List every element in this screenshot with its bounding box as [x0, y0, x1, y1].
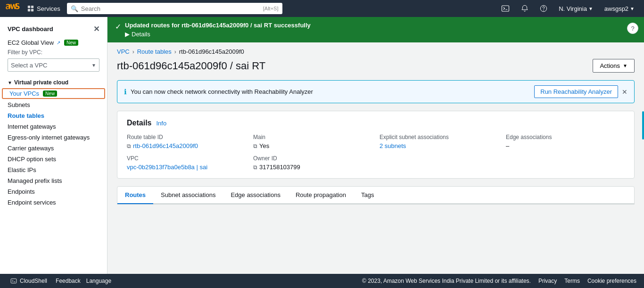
detail-route-table-id: Route table ID ⧉ rtb-061d96c145a2009f0 — [127, 134, 246, 149]
tab-edge-associations[interactable]: Edge associations — [223, 187, 288, 204]
main-value: ⧉ Yes — [253, 142, 372, 149]
svg-rect-3 — [31, 9, 33, 11]
vpc-filter-wrapper: Select a VPC ▼ — [8, 58, 99, 72]
copyright-text: © 2023, Amazon Web Services India Privat… — [362, 278, 531, 284]
details-grid: Route table ID ⧉ rtb-061d96c145a2009f0 M… — [127, 134, 625, 171]
chevron-down-icon: ▼ — [630, 6, 635, 11]
copy-icon[interactable]: ⧉ — [127, 143, 131, 149]
svg-rect-2 — [28, 9, 30, 11]
sidebar-item-managed-prefix-lists[interactable]: Managed prefix lists — [0, 175, 107, 186]
search-input[interactable] — [81, 5, 260, 12]
bottom-bar: CloudShell Feedback Language © 2023, Ama… — [0, 274, 644, 288]
tabs-row: Routes Subnet associations Edge associat… — [117, 187, 634, 204]
page-header: rtb-061d96c145a2009f0 / sai RT Actions ▼ — [107, 59, 644, 80]
sidebar-item-carrier-gateways[interactable]: Carrier gateways — [0, 143, 107, 154]
vpc-value[interactable]: vpc-0b29b13f7ba0e5b8a | sai — [127, 164, 246, 171]
reachability-analyzer-banner: ℹ You can now check network connectivity… — [117, 80, 635, 103]
svg-rect-1 — [31, 6, 33, 8]
vpc-filter-select[interactable]: Select a VPC ▼ — [8, 58, 99, 72]
success-message: Updated routes for rtb-061d96c145a2009f0… — [125, 22, 311, 29]
help-overlay-icon[interactable]: ? — [627, 23, 638, 34]
sidebar-item-dhcp-option-sets[interactable]: DHCP option sets — [0, 154, 107, 165]
success-banner-content: ✓ Updated routes for rtb-061d96c145a2009… — [115, 22, 311, 38]
main-label: Main — [253, 134, 372, 140]
app-body: VPC dashboard ✕ EC2 Global View ↗ New Fi… — [0, 17, 644, 274]
copy-icon[interactable]: ⧉ — [253, 164, 257, 171]
run-reachability-analyzer-btn[interactable]: Run Reachability Analyzer — [534, 85, 618, 98]
info-banner-close-btn[interactable]: ✕ — [622, 88, 627, 96]
tab-route-propagation[interactable]: Route propagation — [288, 187, 354, 204]
copy-icon[interactable]: ⧉ — [253, 143, 257, 149]
triangle-icon: ▶ — [125, 31, 130, 38]
sidebar-item-endpoints[interactable]: Endpoints — [0, 186, 107, 197]
sidebar-item-ec2-global-view[interactable]: EC2 Global View ↗ New — [0, 37, 107, 48]
owner-id-value: ⧉ 317158103799 — [253, 164, 372, 171]
details-title: Details — [127, 119, 151, 127]
tab-subnet-associations[interactable]: Subnet associations — [153, 187, 223, 204]
svg-rect-4 — [502, 6, 509, 11]
tab-tags[interactable]: Tags — [354, 187, 381, 204]
sidebar-item-internet-gateways[interactable]: Internet gateways — [0, 121, 107, 132]
edge-assoc-label: Edge associations — [506, 134, 625, 140]
account-menu[interactable]: awsgsp2 ▼ — [601, 3, 638, 14]
svg-rect-7 — [11, 279, 17, 283]
language-link[interactable]: Language — [86, 278, 111, 284]
sidebar-section-vpc: ▼ Virtual private cloud — [0, 75, 107, 88]
vpc-label: VPC — [127, 155, 246, 162]
sidebar-close-btn[interactable]: ✕ — [93, 25, 99, 33]
cookie-preferences-link[interactable]: Cookie preferences — [587, 278, 636, 284]
sidebar-item-your-vpcs[interactable]: Your VPCs New — [2, 88, 105, 99]
detail-edge-associations: Edge associations – — [506, 134, 625, 149]
terms-link[interactable]: Terms — [564, 278, 580, 284]
explicit-subnet-value[interactable]: 2 subnets — [380, 142, 498, 149]
details-card: Details Info Route table ID ⧉ rtb-061d96… — [117, 111, 635, 179]
filter-label: Filter by VPC: — [0, 48, 107, 57]
bell-icon-btn[interactable] — [517, 3, 532, 14]
sidebar-item-subnets[interactable]: Subnets — [0, 99, 107, 110]
sidebar-title: VPC dashboard ✕ — [0, 23, 107, 37]
region-selector[interactable]: N. Virginia ▼ — [555, 3, 597, 14]
breadcrumb-current: rtb-061d96c145a2009f0 — [179, 48, 244, 55]
info-circle-icon: ℹ — [124, 88, 127, 96]
success-banner: ✓ Updated routes for rtb-061d96c145a2009… — [107, 17, 644, 42]
route-table-id-label: Route table ID — [127, 134, 246, 140]
sidebar-item-elastic-ips[interactable]: Elastic IPs — [0, 165, 107, 175]
services-menu[interactable]: Services — [25, 3, 63, 14]
breadcrumb-sep-2: › — [174, 49, 176, 55]
bottom-bar-right: © 2023, Amazon Web Services India Privat… — [362, 278, 636, 284]
svg-rect-0 — [28, 6, 30, 8]
aws-logo[interactable] — [6, 3, 21, 14]
cloudshell-btn[interactable]: CloudShell — [8, 277, 50, 285]
detail-explicit-subnet: Explicit subnet associations 2 subnets — [380, 134, 498, 149]
help-icon-btn[interactable] — [536, 3, 551, 14]
search-shortcut: [Alt+S] — [263, 6, 279, 11]
search-icon: 🔍 — [71, 5, 78, 12]
info-banner-actions: Run Reachability Analyzer ✕ — [534, 85, 627, 98]
terminal-icon-btn[interactable] — [497, 2, 513, 15]
chevron-down-icon: ▼ — [8, 80, 12, 85]
sidebar-item-egress-gateways[interactable]: Egress-only internet gateways — [0, 132, 107, 143]
breadcrumb-sep-1: › — [132, 49, 134, 55]
chevron-down-icon: ▼ — [623, 63, 627, 68]
external-link-icon: ↗ — [57, 40, 60, 45]
bottom-bar-left: CloudShell Feedback Language — [8, 277, 111, 285]
detail-main: Main ⧉ Yes — [253, 134, 372, 149]
actions-button[interactable]: Actions ▼ — [593, 59, 635, 73]
edge-assoc-value: – — [506, 142, 625, 149]
tab-routes[interactable]: Routes — [117, 187, 153, 204]
breadcrumb-route-tables-link[interactable]: Route tables — [137, 48, 172, 55]
chevron-down-icon: ▼ — [588, 6, 593, 11]
success-details-toggle[interactable]: ▶ Details — [125, 31, 311, 38]
search-bar[interactable]: 🔍 [Alt+S] — [67, 3, 282, 14]
breadcrumb-vpc-link[interactable]: VPC — [117, 48, 130, 55]
feedback-link[interactable]: Feedback — [56, 278, 81, 284]
privacy-link[interactable]: Privacy — [538, 278, 557, 284]
success-icon: ✓ — [115, 22, 121, 31]
new-badge: New — [43, 91, 57, 97]
scroll-indicator — [642, 111, 644, 140]
new-badge: New — [64, 40, 78, 46]
sidebar-item-endpoint-services[interactable]: Endpoint services — [0, 197, 107, 208]
svg-point-6 — [543, 10, 544, 10]
details-info-link[interactable]: Info — [156, 120, 166, 127]
sidebar-item-route-tables[interactable]: Route tables — [0, 110, 107, 121]
